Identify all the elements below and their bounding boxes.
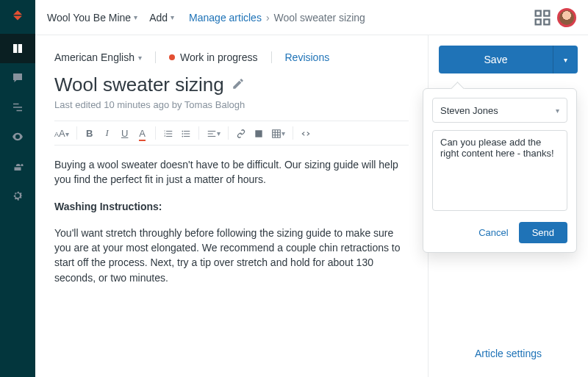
save-dropdown-button[interactable]: ▾	[553, 46, 578, 73]
font-size-button[interactable]: AA▾	[54, 128, 69, 139]
user-avatar[interactable]	[557, 8, 576, 27]
assign-message-input[interactable]	[432, 130, 567, 211]
body-paragraph: Buying a wool sweater doesn't have to be…	[54, 157, 409, 187]
nav-arrange[interactable]	[0, 93, 35, 122]
status-label: Work in progress	[180, 51, 258, 63]
editor-toolbar: AA▾ B I U A ▾	[54, 121, 409, 146]
status-indicator: Work in progress	[169, 51, 258, 63]
nav-articles[interactable]	[0, 34, 35, 63]
cancel-button[interactable]: Cancel	[478, 227, 508, 238]
svg-point-0	[182, 130, 183, 132]
workspace-dropdown[interactable]: Wool You Be Mine ▾	[47, 12, 137, 24]
nav-preview[interactable]	[0, 122, 35, 151]
nav-permissions[interactable]	[0, 151, 35, 181]
chevron-down-icon: ▾	[171, 13, 174, 21]
left-nav	[0, 0, 35, 377]
language-label: American English	[54, 51, 135, 63]
status-dot-icon	[169, 54, 175, 60]
table-button[interactable]: ▾	[271, 127, 285, 139]
image-button[interactable]	[254, 127, 264, 139]
edit-title-icon[interactable]	[232, 77, 245, 93]
svg-point-2	[182, 135, 183, 137]
text-color-button[interactable]: A	[137, 128, 148, 139]
brand-logo-icon	[10, 7, 25, 22]
save-button[interactable]: Save	[439, 46, 553, 73]
link-button[interactable]	[236, 127, 246, 139]
assign-popover: Steven Jones ▾ Cancel Send	[423, 88, 577, 253]
divider	[271, 51, 272, 63]
language-dropdown[interactable]: American English ▾	[54, 51, 142, 63]
svg-point-1	[182, 133, 183, 134]
chevron-down-icon: ▾	[556, 107, 559, 115]
manage-articles-link[interactable]: Manage articles	[189, 12, 262, 24]
chevron-down-icon: ▾	[134, 13, 137, 21]
apps-grid-icon[interactable]	[532, 7, 553, 28]
last-edited-label: Last edited 10 minutes ago by Tomas Balo…	[54, 99, 409, 110]
body-heading: Washing Instructions:	[54, 201, 162, 212]
nav-comments[interactable]	[0, 63, 35, 93]
bold-button[interactable]: B	[85, 128, 95, 139]
chevron-down-icon: ▾	[564, 56, 567, 64]
italic-button[interactable]: I	[102, 127, 112, 139]
breadcrumb-current: Wool sweater sizing	[274, 12, 365, 24]
right-panel: Save ▾ Assign article Steven Jones ▾ Can…	[428, 35, 588, 377]
ordered-list-button[interactable]	[163, 127, 173, 139]
send-button[interactable]: Send	[519, 222, 567, 243]
chevron-down-icon: ▾	[138, 54, 142, 62]
article-body[interactable]: Buying a wool sweater doesn't have to be…	[54, 157, 409, 285]
revisions-link[interactable]: Revisions	[285, 51, 330, 63]
body-paragraph: You'll want stretch throughly before fol…	[54, 226, 409, 285]
underline-button[interactable]: U	[120, 128, 130, 139]
assignee-select[interactable]: Steven Jones ▾	[432, 98, 567, 123]
nav-settings[interactable]	[0, 181, 35, 210]
workspace-name: Wool You Be Mine	[47, 12, 131, 24]
add-dropdown[interactable]: Add ▾	[149, 12, 174, 24]
divider	[155, 51, 156, 63]
breadcrumb-separator: ›	[266, 12, 270, 24]
code-view-button[interactable]	[301, 127, 311, 139]
top-bar: Wool You Be Mine ▾ Add ▾ Manage articles…	[35, 0, 588, 35]
editor-column: American English ▾ Work in progress Revi…	[35, 35, 428, 377]
add-label: Add	[149, 12, 168, 24]
bullet-list-button[interactable]	[181, 127, 191, 139]
article-settings-link[interactable]: Article settings	[429, 348, 588, 359]
align-button[interactable]: ▾	[207, 127, 220, 139]
article-title[interactable]: Wool sweater sizing	[54, 73, 224, 96]
assignee-value: Steven Jones	[440, 105, 498, 116]
